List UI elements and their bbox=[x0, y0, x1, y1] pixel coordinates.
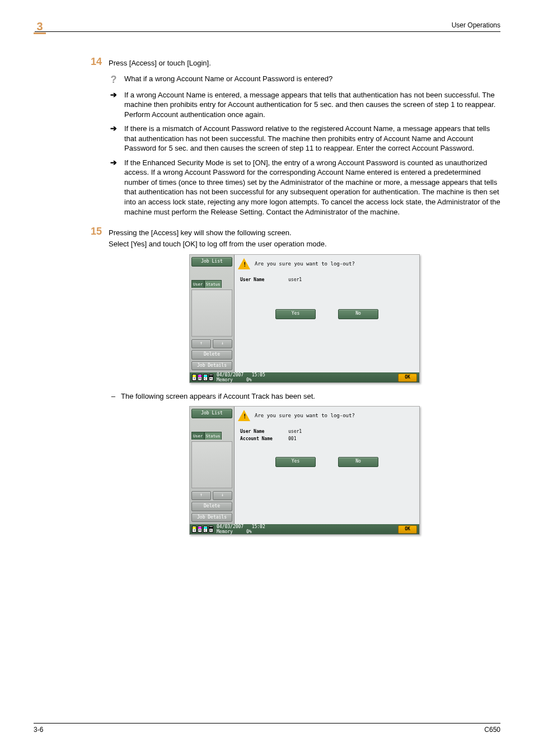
account-name-value: 001 bbox=[288, 436, 296, 441]
header-rule bbox=[35, 31, 500, 32]
scroll-up-button[interactable]: ↑ bbox=[191, 491, 211, 500]
footer-memory-value: 0% bbox=[246, 377, 252, 382]
job-list-button[interactable]: Job List bbox=[191, 257, 232, 267]
scroll-down-button[interactable]: ↓ bbox=[213, 491, 232, 500]
footer-time: 15:05 bbox=[252, 372, 265, 377]
user-name-tab[interactable]: User Name bbox=[191, 432, 204, 440]
account-name-label: Account Name bbox=[240, 436, 279, 441]
no-button[interactable]: No bbox=[338, 457, 378, 467]
no-button[interactable]: No bbox=[338, 309, 378, 319]
footer-memory-label: Memory bbox=[217, 377, 233, 382]
model-number: C650 bbox=[484, 726, 500, 734]
arrow-icon: ➔ bbox=[110, 90, 117, 99]
step14-main: Press [Access] or touch [Login]. bbox=[109, 58, 500, 68]
step-number-15: 15 bbox=[79, 226, 109, 544]
scroll-down-button[interactable]: ↓ bbox=[213, 339, 232, 348]
status-tab[interactable]: Status bbox=[204, 432, 222, 440]
toner-levels: Y M C K bbox=[192, 526, 213, 533]
page-number: 3-6 bbox=[34, 726, 43, 734]
device-screenshot-1: Job List User Name Status ↑ ↓ Delete Job… bbox=[189, 254, 420, 383]
yes-button[interactable]: Yes bbox=[275, 457, 316, 467]
user-name-tab[interactable]: User Name bbox=[191, 280, 204, 288]
yes-button[interactable]: Yes bbox=[275, 309, 316, 319]
step14-bullet3: If the Enhanced Security Mode is set to … bbox=[124, 158, 500, 217]
step15-after: The following screen appears if Account … bbox=[121, 392, 315, 400]
footer-memory-label: Memory bbox=[217, 529, 233, 534]
job-details-button[interactable]: Job Details bbox=[191, 513, 232, 522]
section-tab: 3 bbox=[34, 20, 46, 34]
job-list-button[interactable]: Job List bbox=[191, 409, 232, 418]
logout-prompt: Are you sure you want to log-out? bbox=[255, 261, 355, 267]
ok-button[interactable]: OK bbox=[398, 374, 417, 382]
step15-line2: Select [Yes] and touch [OK] to log off f… bbox=[109, 239, 500, 249]
footer-time: 15:02 bbox=[252, 524, 265, 529]
job-list-area bbox=[191, 290, 232, 337]
delete-button[interactable]: Delete bbox=[191, 350, 232, 360]
step14-question: What if a wrong Account Name or Account … bbox=[124, 74, 500, 86]
job-list-area bbox=[191, 441, 232, 488]
warning-icon: ! bbox=[238, 258, 250, 269]
toner-levels: Y M C K bbox=[192, 374, 213, 381]
job-details-button[interactable]: Job Details bbox=[191, 361, 232, 371]
footer-date: 04/03/2007 bbox=[217, 372, 243, 377]
user-name-label: User Name bbox=[240, 429, 279, 434]
user-name-label: User Name bbox=[240, 277, 279, 282]
footer-memory-value: 0% bbox=[246, 529, 252, 534]
warning-icon: ! bbox=[238, 410, 250, 421]
scroll-up-button[interactable]: ↑ bbox=[191, 339, 211, 348]
device-screenshot-2: Job List User Name Status ↑ ↓ Delete Job… bbox=[189, 406, 420, 535]
user-name-value: user1 bbox=[288, 429, 302, 434]
delete-button[interactable]: Delete bbox=[191, 502, 232, 511]
step14-bullet2: If there is a mismatch of Account Passwo… bbox=[124, 124, 500, 153]
page-header-title: User Operations bbox=[452, 21, 500, 29]
arrow-icon: ➔ bbox=[110, 158, 117, 167]
step15-line1: Pressing the [Access] key will show the … bbox=[109, 228, 500, 238]
ok-button[interactable]: OK bbox=[398, 525, 417, 534]
footer-date: 04/03/2007 bbox=[217, 524, 243, 529]
step14-bullet1: If a wrong Account Name is entered, a me… bbox=[124, 90, 500, 120]
logout-prompt: Are you sure you want to log-out? bbox=[255, 413, 355, 418]
status-tab[interactable]: Status bbox=[204, 280, 222, 288]
step-number-14: 14 bbox=[79, 56, 109, 221]
dash-bullet: – bbox=[109, 392, 115, 400]
user-name-value: user1 bbox=[288, 277, 302, 282]
question-icon: ? bbox=[111, 74, 117, 85]
arrow-icon: ➔ bbox=[110, 124, 117, 133]
